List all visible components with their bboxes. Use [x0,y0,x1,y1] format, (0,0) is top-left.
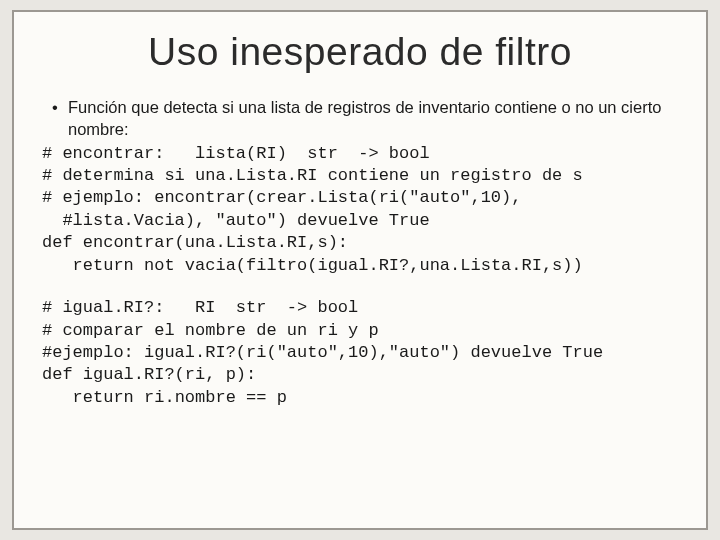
bullet-marker: • [42,96,68,141]
slide-frame: Uso inesperado de filtro • Función que d… [12,10,708,530]
code-block-1: # encontrar: lista(RI) str -> bool # det… [42,143,678,278]
bullet-text: Función que detecta si una lista de regi… [68,96,678,141]
bullet-item: • Función que detecta si una lista de re… [42,96,678,141]
slide-content: • Función que detecta si una lista de re… [42,96,678,409]
slide-title: Uso inesperado de filtro [42,30,678,74]
code-block-2: # igual.RI?: RI str -> bool # comparar e… [42,297,678,409]
